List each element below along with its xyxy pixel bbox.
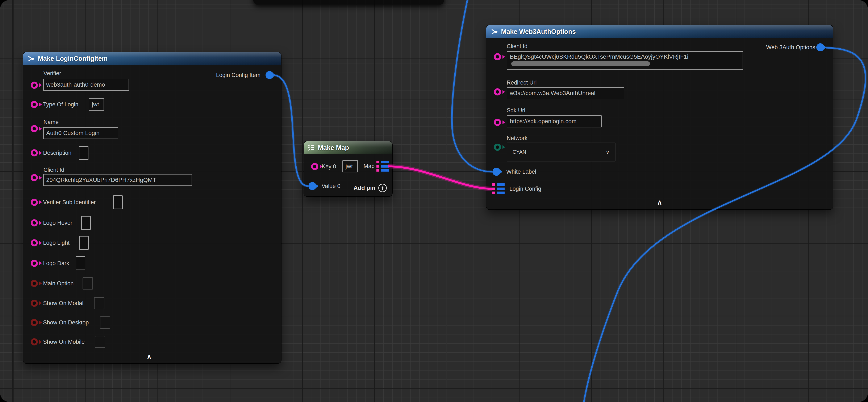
make-map-icon bbox=[307, 144, 315, 152]
field-label-type-of-login: Type Of Login bbox=[43, 101, 79, 108]
input-pin-redirect-url[interactable] bbox=[494, 88, 501, 95]
output-pin-map[interactable] bbox=[376, 161, 389, 172]
input-pin-show-on-desktop[interactable] bbox=[31, 319, 38, 326]
node-title: Make Web3AuthOptions bbox=[501, 28, 576, 35]
field-label-client-id: Client Id bbox=[43, 167, 64, 173]
description-input[interactable] bbox=[79, 146, 88, 160]
output-pin-label: Web 3Auth Options bbox=[766, 44, 815, 51]
field-label-sdk-url: Sdk Url bbox=[507, 107, 525, 114]
wire-glow bbox=[388, 166, 492, 189]
output-pin-login-config-item[interactable] bbox=[266, 71, 274, 79]
input-pin-main-option[interactable] bbox=[31, 280, 38, 287]
input-pin-name[interactable] bbox=[31, 125, 38, 132]
wire-map-to-login-config bbox=[388, 166, 492, 189]
input-pin-sdk-url[interactable] bbox=[494, 119, 501, 126]
sdk-url-input[interactable]: https://sdk.openlogin.com bbox=[507, 115, 601, 127]
input-pin-verifier-sub-identifier[interactable] bbox=[31, 199, 38, 206]
field-label-white-label: White Label bbox=[506, 169, 536, 175]
make-struct-icon bbox=[27, 55, 35, 63]
logo-hover-input[interactable] bbox=[81, 216, 91, 230]
input-pin-client-id[interactable] bbox=[494, 53, 501, 60]
field-label-verifier-sub-identifier: Verifier Sub Identifier bbox=[43, 199, 96, 206]
client-id-input[interactable]: 294QRkchfq2YaXUbPri7D6PH7xzHgQMT bbox=[43, 174, 192, 186]
output-pin-web3auth-options[interactable] bbox=[816, 43, 824, 51]
key-0-input[interactable]: jwt bbox=[342, 160, 358, 172]
field-label-logo-dark: Logo Dark bbox=[43, 260, 69, 267]
input-pin-type-of-login[interactable] bbox=[31, 101, 38, 108]
input-pin-logo-light[interactable] bbox=[31, 239, 38, 247]
field-label-main-option: Main Option bbox=[43, 280, 74, 287]
chevron-down-icon: ∨ bbox=[606, 149, 610, 155]
field-label-name: Name bbox=[43, 119, 59, 125]
show-on-mobile-checkbox[interactable] bbox=[95, 336, 105, 348]
output-pin-label: Map bbox=[364, 163, 375, 169]
add-pin-plus-icon: + bbox=[378, 184, 387, 192]
output-pin-label: Login Config Item bbox=[216, 72, 260, 79]
verifier-input[interactable]: web3auth-auth0-demo bbox=[43, 79, 129, 91]
input-pin-value-0[interactable] bbox=[308, 182, 316, 190]
input-pin-show-on-modal[interactable] bbox=[31, 299, 38, 307]
redirect-url-input[interactable]: w3a://com.w3a.Web3AuthUnreal bbox=[507, 87, 624, 99]
main-option-checkbox[interactable] bbox=[83, 277, 93, 289]
input-pin-logo-dark[interactable] bbox=[31, 260, 38, 267]
show-on-modal-checkbox[interactable] bbox=[94, 297, 104, 309]
field-label-verifier: Verifier bbox=[43, 70, 61, 77]
node-title: Make LoginConfigItem bbox=[38, 55, 107, 62]
field-label-value-0: Value 0 bbox=[321, 183, 341, 190]
collapse-node-chevron-icon[interactable]: ∧ bbox=[147, 352, 152, 361]
offscreen-node-shadow bbox=[253, 0, 444, 5]
field-label-logo-hover: Logo Hover bbox=[43, 220, 72, 226]
node-header-make-loginconfigitem[interactable]: Make LoginConfigItem bbox=[23, 52, 281, 65]
input-pin-network[interactable] bbox=[494, 144, 501, 151]
input-pin-key-0[interactable] bbox=[311, 163, 318, 170]
field-label-logo-light: Logo Light bbox=[43, 240, 69, 246]
add-pin-label: Add pin bbox=[353, 184, 375, 191]
logo-dark-input[interactable] bbox=[75, 256, 85, 270]
add-pin-button[interactable]: Add pin + bbox=[353, 184, 387, 192]
field-label-network: Network bbox=[507, 135, 527, 142]
field-label-client-id: Client Id bbox=[507, 43, 527, 50]
verifier-sub-identifier-input[interactable] bbox=[113, 195, 123, 209]
blueprint-graph-canvas[interactable]: Make LoginConfigItem Login Config Item V… bbox=[0, 0, 868, 402]
node-make-loginconfigitem[interactable]: Make LoginConfigItem Login Config Item V… bbox=[23, 52, 281, 363]
show-on-desktop-checkbox[interactable] bbox=[100, 316, 110, 328]
input-pin-description[interactable] bbox=[31, 149, 38, 156]
field-label-show-on-desktop: Show On Desktop bbox=[43, 319, 89, 326]
node-header-make-map[interactable]: Make Map bbox=[304, 141, 392, 154]
client-id-scrollbar[interactable] bbox=[511, 61, 650, 66]
field-label-show-on-modal: Show On Modal bbox=[43, 300, 84, 307]
network-dropdown[interactable]: CYAN ∨ bbox=[507, 143, 616, 162]
node-make-web3authoptions[interactable]: Make Web3AuthOptions Web 3Auth Options C… bbox=[486, 25, 833, 209]
client-id-input[interactable]: BEglQSgt4cUWcj6SKRdu5QkOXTsePmMcusG5EAoy… bbox=[507, 51, 743, 69]
collapse-node-chevron-icon[interactable]: ∧ bbox=[657, 198, 662, 206]
node-make-map[interactable]: Make Map Key 0 jwt Map Value 0 Add pin + bbox=[304, 141, 392, 196]
network-dropdown-value: CYAN bbox=[513, 149, 526, 155]
field-label-login-config: Login Config bbox=[509, 185, 541, 192]
field-label-key-0: Key 0 bbox=[321, 163, 336, 170]
logo-light-input[interactable] bbox=[79, 236, 89, 250]
name-input[interactable]: Auth0 Custom Login bbox=[43, 127, 118, 139]
field-label-show-on-mobile: Show On Mobile bbox=[43, 339, 85, 345]
input-pin-show-on-mobile[interactable] bbox=[31, 338, 38, 345]
input-pin-logo-hover[interactable] bbox=[31, 219, 38, 226]
input-pin-login-config[interactable] bbox=[492, 183, 504, 194]
field-label-description: Description bbox=[43, 150, 71, 156]
field-label-redirect-url: Redirect Url bbox=[507, 80, 537, 86]
input-pin-verifier[interactable] bbox=[31, 82, 38, 89]
type-of-login-input[interactable]: jwt bbox=[89, 98, 104, 111]
node-header-make-web3authoptions[interactable]: Make Web3AuthOptions bbox=[486, 25, 833, 38]
make-struct-icon bbox=[491, 28, 498, 36]
input-pin-white-label[interactable] bbox=[492, 168, 500, 176]
input-pin-client-id[interactable] bbox=[31, 174, 38, 181]
node-title: Make Map bbox=[318, 144, 349, 151]
